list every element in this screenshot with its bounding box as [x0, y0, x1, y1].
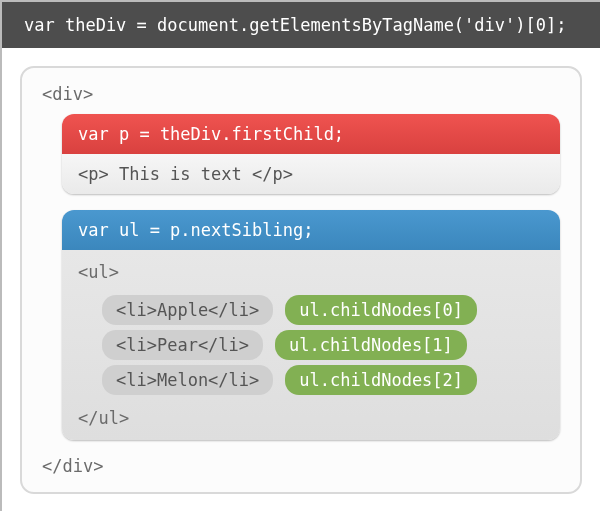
ul-box-header: var ul = p.nextSibling;: [62, 210, 560, 250]
p-box-header: var p = theDiv.firstChild;: [62, 114, 560, 154]
ul-open-tag: <ul>: [78, 260, 544, 284]
li-row: <li>Melon</li> ul.childNodes[2]: [102, 365, 544, 395]
li-code-pill: <li>Melon</li>: [102, 365, 273, 395]
li-rows: <li>Apple</li> ul.childNodes[0] <li>Pear…: [78, 284, 544, 406]
diagram-body: <div> var p = theDiv.firstChild; <p> Thi…: [2, 48, 600, 511]
li-note-pill: ul.childNodes[2]: [285, 365, 477, 395]
top-code-bar: var theDiv = document.getElementsByTagNa…: [2, 2, 600, 48]
div-open-tag: <div>: [42, 82, 560, 114]
ul-box-body: <ul> <li>Apple</li> ul.childNodes[0] <li…: [62, 250, 560, 440]
ul-close-tag: </ul>: [78, 406, 544, 430]
li-code-pill: <li>Pear</li>: [102, 330, 263, 360]
li-note-pill: ul.childNodes[1]: [275, 330, 467, 360]
li-code-pill: <li>Apple</li>: [102, 295, 273, 325]
div-box: <div> var p = theDiv.firstChild; <p> Thi…: [20, 66, 582, 494]
ul-box: var ul = p.nextSibling; <ul> <li>Apple</…: [62, 210, 560, 440]
li-row: <li>Apple</li> ul.childNodes[0]: [102, 295, 544, 325]
li-row: <li>Pear</li> ul.childNodes[1]: [102, 330, 544, 360]
p-box: var p = theDiv.firstChild; <p> This is t…: [62, 114, 560, 194]
div-close-tag: </div>: [42, 448, 560, 476]
li-note-pill: ul.childNodes[0]: [285, 295, 477, 325]
p-box-body: <p> This is text </p>: [62, 154, 560, 194]
